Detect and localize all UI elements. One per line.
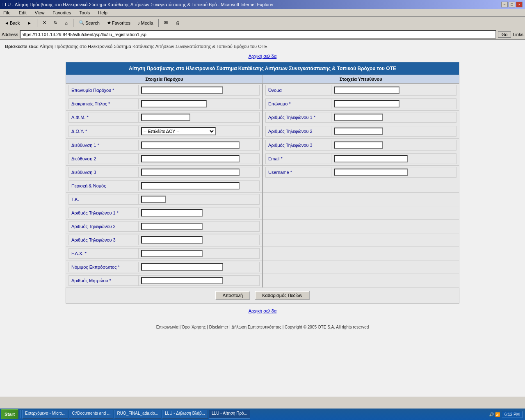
address-label: Address bbox=[2, 32, 18, 37]
breadcrumb: Βρίσκεστε εδώ: Αίτηση Πρόσβασης στο Ηλεκ… bbox=[3, 43, 522, 50]
label-left-tel3: Αριθμός Τηλεφώνου 3 bbox=[69, 235, 139, 245]
back-button[interactable]: ◄ Back bbox=[2, 19, 23, 27]
input-left-tel1[interactable] bbox=[141, 209, 203, 217]
address-input[interactable] bbox=[20, 30, 496, 39]
table-row: Διεύθυνση 3 Username * bbox=[66, 166, 459, 179]
favorites-icon: ★ bbox=[107, 20, 111, 25]
title-bar: LLU - Αίτηση Πρόσβασης στο Ηλεκτρονικό Σ… bbox=[0, 0, 525, 9]
label-username: Username * bbox=[266, 167, 331, 178]
menu-file[interactable]: File bbox=[2, 10, 12, 16]
search-icon: 🔍 bbox=[79, 20, 84, 25]
table-row: Διεύθυνση 2 Email * bbox=[66, 152, 459, 166]
label-doy: Δ.Ο.Υ. * bbox=[69, 126, 139, 137]
browser-content: Βρίσκεστε εδώ: Αίτηση Πρόσβασης στο Ηλεκ… bbox=[0, 40, 525, 397]
input-eponymia[interactable] bbox=[141, 87, 223, 94]
menu-view[interactable]: View bbox=[33, 10, 46, 16]
print-button[interactable]: 🖨 bbox=[172, 19, 183, 27]
home-icon: ⌂ bbox=[65, 21, 68, 25]
home-link-top[interactable]: Αρχική σελίδα bbox=[249, 54, 277, 59]
table-row: Νόμιμος Εκπρόσωπος * bbox=[66, 260, 459, 274]
input-address2[interactable] bbox=[141, 155, 240, 162]
table-row: Δ.Ο.Υ. * -- Επιλέξτε ΔΟΥ -- Αριθμός Τηλε… bbox=[66, 124, 459, 139]
label-eponymia: Επωνυμία Παρόχου * bbox=[69, 85, 139, 96]
input-region[interactable] bbox=[141, 182, 240, 189]
close-button[interactable]: × bbox=[516, 2, 523, 7]
input-afm[interactable] bbox=[141, 114, 190, 121]
label-region: Περιοχή & Νομός bbox=[69, 181, 139, 191]
main-form-table: Αίτηση Πρόσβασης στο Ηλεκτρονικό Σύστημα… bbox=[66, 62, 459, 304]
window-controls: − □ × bbox=[501, 2, 523, 7]
section-headers-row: Στοιχεία Παρόχου Στοιχεία Υπευθύνου bbox=[66, 75, 459, 84]
label-right-tel3: Αριθμός Τηλεφώνου 3 bbox=[266, 140, 331, 151]
print-icon: 🖨 bbox=[175, 21, 180, 25]
input-right-tel1[interactable] bbox=[334, 114, 383, 121]
mail-button[interactable]: ✉ bbox=[161, 19, 171, 27]
input-nomoekp[interactable] bbox=[141, 263, 223, 271]
label-right-tel2: Αριθμός Τηλεφώνου 2 bbox=[266, 126, 331, 137]
reset-button[interactable]: Καθαρισμός Πεδίων bbox=[255, 291, 310, 300]
footer-text: Επικοινωνία | Όροι Χρήσης | Disclaimer |… bbox=[156, 325, 369, 329]
input-eponymo[interactable] bbox=[334, 100, 399, 107]
menu-favorites[interactable]: Favorites bbox=[51, 10, 73, 16]
input-diakritikos[interactable] bbox=[141, 100, 207, 107]
label-tk: Τ.Κ. bbox=[69, 194, 139, 205]
form-title-row: Αίτηση Πρόσβασης στο Ηλεκτρονικό Σύστημα… bbox=[66, 62, 459, 75]
table-row: Αριθμός Τηλεφώνου 2 bbox=[66, 220, 459, 233]
input-address1[interactable] bbox=[141, 142, 240, 149]
refresh-button[interactable]: ↻ bbox=[51, 19, 60, 27]
minimize-button[interactable]: − bbox=[501, 2, 508, 7]
media-icon: ♪ bbox=[138, 21, 140, 25]
forward-button[interactable]: ► bbox=[24, 19, 34, 27]
table-row: Επωνυμία Παρόχου * Όνομα bbox=[66, 84, 459, 97]
forward-icon: ► bbox=[27, 21, 32, 25]
input-left-tel3[interactable] bbox=[141, 236, 203, 244]
input-left-tel2[interactable] bbox=[141, 223, 203, 230]
input-right-tel2[interactable] bbox=[334, 128, 383, 135]
menu-help[interactable]: Help bbox=[96, 10, 109, 16]
input-right-tel3[interactable] bbox=[334, 142, 383, 149]
favorites-button[interactable]: ★ Favorites bbox=[104, 19, 133, 27]
input-fax[interactable] bbox=[141, 250, 203, 257]
links-label: Links bbox=[513, 32, 523, 37]
label-diakritikos: Διακριτικός Τίτλος * bbox=[69, 99, 139, 109]
toolbar-separator-1 bbox=[37, 19, 37, 27]
menu-bar: File Edit View Favorites Tools Help bbox=[0, 9, 525, 17]
label-afm: Α.Φ.Μ. * bbox=[69, 112, 139, 123]
menu-edit[interactable]: Edit bbox=[17, 10, 28, 16]
label-nomoekp: Νόμιμος Εκπρόσωπος * bbox=[69, 262, 139, 272]
refresh-icon: ↻ bbox=[54, 20, 57, 25]
label-onoma: Όνομα bbox=[266, 85, 331, 96]
address-bar: Address Go Links bbox=[0, 29, 525, 40]
media-button[interactable]: ♪ Media bbox=[135, 19, 156, 27]
form-footer: Αποστολή Καθαρισμός Πεδίων bbox=[66, 288, 459, 304]
table-row: Α.Φ.Μ. * Αριθμός Τηλεφώνου 1 * bbox=[66, 111, 459, 124]
input-address3[interactable] bbox=[141, 169, 240, 176]
input-username[interactable] bbox=[334, 169, 408, 176]
table-row: Διακριτικός Τίτλος * Επώνυμο * bbox=[66, 97, 459, 111]
input-onoma[interactable] bbox=[334, 87, 399, 94]
table-row: Αριθμός Μητρώου * bbox=[66, 274, 459, 288]
search-button[interactable]: 🔍 Search bbox=[76, 19, 103, 27]
input-email[interactable] bbox=[334, 155, 408, 162]
mail-icon: ✉ bbox=[164, 20, 168, 25]
table-row: Περιοχή & Νομός bbox=[66, 179, 459, 193]
table-row: F.A.X. * bbox=[66, 247, 459, 260]
toolbar-separator-3 bbox=[158, 19, 159, 27]
home-button[interactable]: ⌂ bbox=[62, 19, 71, 27]
go-button[interactable]: Go bbox=[498, 31, 511, 38]
menu-tools[interactable]: Tools bbox=[78, 10, 92, 16]
label-address3: Διεύθυνση 3 bbox=[69, 167, 139, 178]
select-doy[interactable]: -- Επιλέξτε ΔΟΥ -- bbox=[141, 127, 216, 135]
restore-button[interactable]: □ bbox=[509, 2, 515, 7]
back-icon: ◄ bbox=[5, 21, 9, 25]
stop-button[interactable]: ✕ bbox=[40, 19, 49, 27]
table-row: Τ.Κ. bbox=[66, 193, 459, 206]
form-title: Αίτηση Πρόσβασης στο Ηλεκτρονικό Σύστημα… bbox=[66, 62, 459, 75]
input-tk[interactable] bbox=[141, 196, 166, 203]
toolbar: ◄ Back ► ✕ ↻ ⌂ 🔍 Search ★ Favorites ♪ Me… bbox=[0, 17, 525, 29]
submit-button[interactable]: Αποστολή bbox=[215, 291, 250, 300]
form-footer-row: Αποστολή Καθαρισμός Πεδίων bbox=[66, 288, 459, 304]
home-link-bottom[interactable]: Αρχική σελίδα bbox=[249, 308, 277, 313]
label-fax: F.A.X. * bbox=[69, 249, 139, 259]
input-mitroou[interactable] bbox=[141, 277, 223, 284]
